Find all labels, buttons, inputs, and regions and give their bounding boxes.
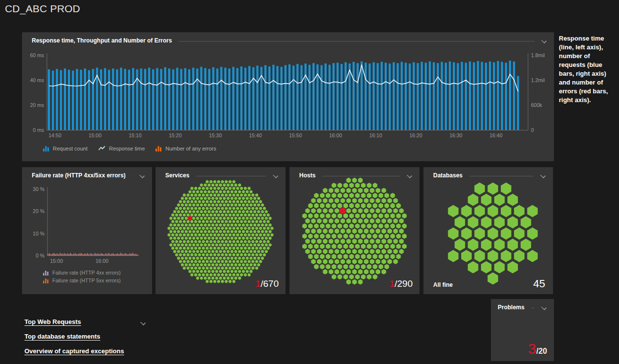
hosts-count: 1/290 bbox=[389, 278, 413, 289]
svg-text:600k: 600k bbox=[531, 102, 543, 108]
svg-text:20 %: 20 % bbox=[33, 208, 44, 214]
legend-request-count[interactable]: Request count bbox=[43, 146, 88, 151]
databases-status: All fine bbox=[433, 281, 453, 288]
svg-text:40 ms: 40 ms bbox=[30, 77, 44, 83]
tile-title: Services bbox=[165, 172, 189, 179]
tile-title: Problems bbox=[498, 304, 525, 311]
problems-count: 3/20 bbox=[528, 341, 547, 357]
svg-text:15:10: 15:10 bbox=[129, 132, 141, 138]
orange-bars-icon bbox=[43, 278, 49, 283]
page-title: CD_ABC PROD bbox=[5, 3, 80, 15]
legend-label: Failure rate (HTTP 5xx errors) bbox=[52, 278, 121, 283]
title-divider bbox=[179, 41, 534, 42]
title-divider bbox=[531, 308, 534, 308]
tile-databases[interactable]: Databases All fine 45 bbox=[423, 167, 553, 294]
chevron-down-icon[interactable] bbox=[539, 172, 547, 179]
tile-title: Databases bbox=[433, 172, 463, 179]
svg-text:0 ms: 0 ms bbox=[33, 127, 44, 133]
svg-text:16:10: 16:10 bbox=[369, 132, 382, 138]
svg-text:20 ms: 20 ms bbox=[30, 102, 44, 108]
svg-text:16:20: 16:20 bbox=[409, 132, 422, 138]
services-honeycomb[interactable] bbox=[155, 167, 286, 294]
svg-text:1.8mil: 1.8mil bbox=[531, 52, 545, 58]
chevron-down-icon[interactable] bbox=[138, 172, 146, 179]
tile-response-time-throughput[interactable]: Response time, Throughput and Number of … bbox=[22, 32, 554, 161]
svg-text:30 %: 30 % bbox=[33, 186, 44, 192]
legend-response-time[interactable]: Response time bbox=[98, 146, 145, 151]
link-top-database-statements[interactable]: Top database statements bbox=[24, 333, 100, 340]
chevron-down-icon[interactable] bbox=[272, 172, 280, 179]
svg-text:15:00: 15:00 bbox=[88, 132, 101, 138]
tile-failure-rate[interactable]: Failure rate (HTTP 4xx/5xx errors) 0 %10… bbox=[22, 167, 152, 294]
legend-label: Number of any errors bbox=[165, 146, 216, 151]
svg-text:1.2mil: 1.2mil bbox=[531, 77, 545, 83]
svg-text:15:50: 15:50 bbox=[289, 132, 302, 138]
databases-count: 45 bbox=[533, 278, 545, 290]
svg-text:15:40: 15:40 bbox=[249, 132, 262, 138]
svg-text:15:30: 15:30 bbox=[209, 132, 221, 138]
drilldown-links: Top Web Requests Top database statements… bbox=[24, 318, 124, 362]
svg-text:16:00: 16:00 bbox=[95, 258, 108, 264]
legend-errors[interactable]: Number of any errors bbox=[155, 146, 216, 151]
legend-label: Request count bbox=[53, 146, 88, 151]
svg-text:16:00: 16:00 bbox=[329, 132, 342, 138]
legend-4xx[interactable]: Failure rate (HTTP 4xx errors) bbox=[43, 270, 121, 276]
chart-description-note: Response time (line, left axis), number … bbox=[559, 34, 618, 105]
link-top-web-requests[interactable]: Top Web Requests bbox=[24, 318, 81, 325]
chevron-down-icon[interactable] bbox=[540, 304, 548, 311]
title-divider bbox=[322, 176, 400, 176]
chevron-down-icon[interactable] bbox=[406, 172, 414, 179]
title-divider bbox=[469, 176, 533, 176]
svg-text:15:00: 15:00 bbox=[50, 258, 63, 264]
svg-text:10 %: 10 % bbox=[33, 231, 44, 236]
chevron-down-icon[interactable] bbox=[540, 38, 548, 44]
tile-services[interactable]: Services 1/670 bbox=[155, 167, 286, 294]
databases-honeycomb[interactable] bbox=[423, 167, 553, 294]
services-count: 1/670 bbox=[255, 278, 279, 289]
svg-text:16:40: 16:40 bbox=[489, 132, 502, 138]
tile-problems[interactable]: Problems 3/20 bbox=[491, 299, 554, 361]
svg-text:60 ms: 60 ms bbox=[30, 52, 44, 58]
dashboard-page: { "page": { "title": "CD_ABC PROD" }, "s… bbox=[0, 0, 619, 364]
line-series-icon bbox=[98, 146, 106, 151]
link-overview-captured-exceptions[interactable]: Overview of captured exceptions bbox=[24, 347, 124, 355]
tile-title: Failure rate (HTTP 4xx/5xx errors) bbox=[32, 172, 126, 179]
legend-label: Response time bbox=[109, 146, 145, 151]
mauve-bars-icon bbox=[43, 270, 49, 276]
tile-title: Hosts bbox=[299, 172, 315, 179]
throughput-response-chart[interactable]: 0 ms20 ms40 ms60 ms0600k1.2mil1.8mil14:5… bbox=[22, 32, 554, 161]
title-divider bbox=[196, 176, 266, 176]
orange-bars-icon bbox=[155, 146, 162, 151]
chevron-down-icon[interactable] bbox=[139, 320, 147, 326]
svg-text:16:30: 16:30 bbox=[449, 132, 462, 138]
tile-title: Response time, Throughput and Number of … bbox=[32, 37, 172, 44]
legend-label: Failure rate (HTTP 4xx errors) bbox=[52, 270, 121, 276]
svg-text:15:20: 15:20 bbox=[169, 132, 181, 138]
svg-text:0 %: 0 % bbox=[36, 253, 44, 258]
hosts-honeycomb[interactable] bbox=[289, 167, 420, 294]
blue-bars-icon bbox=[43, 146, 49, 151]
tile-hosts[interactable]: Hosts 1/290 bbox=[289, 167, 420, 294]
svg-text:0: 0 bbox=[531, 127, 534, 133]
svg-text:14:50: 14:50 bbox=[48, 132, 61, 138]
legend-5xx[interactable]: Failure rate (HTTP 5xx errors) bbox=[43, 278, 121, 283]
